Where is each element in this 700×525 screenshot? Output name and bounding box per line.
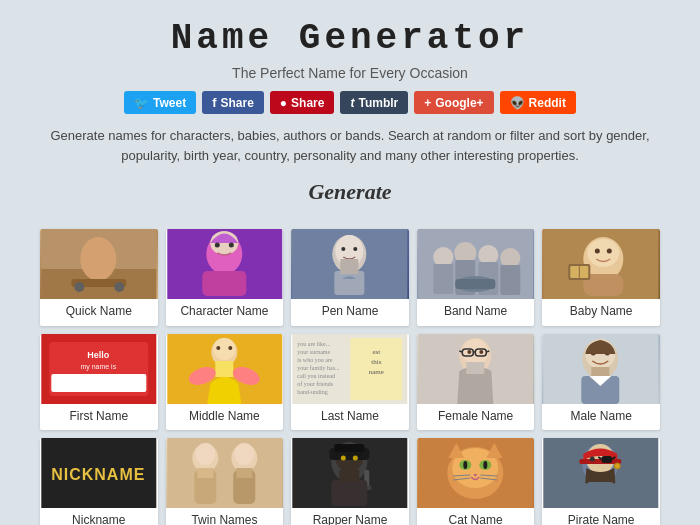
facebook-label: Share: [221, 96, 254, 110]
google-share-button[interactable]: + Google+: [414, 91, 493, 114]
pen-name-label: Pen Name: [291, 299, 409, 326]
nickname-image: NICKNAME: [40, 438, 158, 508]
baby-name-label: Baby Name: [542, 299, 660, 326]
svg-text:name: name: [369, 368, 384, 376]
band-name-label: Band Name: [417, 299, 535, 326]
svg-rect-104: [331, 480, 367, 506]
svg-line-72: [459, 351, 462, 352]
tumblr-share-button[interactable]: t Tumblr: [340, 91, 408, 114]
tweet-label: Tweet: [153, 96, 186, 110]
svg-text:Hello: Hello: [87, 350, 110, 360]
svg-point-16: [341, 247, 345, 251]
last-name-image: you are like... your surname is who you …: [291, 334, 409, 404]
svg-text:my name is: my name is: [80, 363, 116, 371]
svg-text:est: est: [373, 348, 381, 356]
tweet-button[interactable]: 🐦 Tweet: [124, 91, 196, 114]
svg-text:this: this: [371, 358, 381, 366]
pinterest-icon: ●: [280, 96, 287, 110]
card-nickname[interactable]: NICKNAME Nickname: [40, 438, 158, 525]
card-first-name[interactable]: Hello my name is First Name: [40, 334, 158, 431]
svg-rect-25: [433, 264, 453, 294]
svg-point-129: [615, 463, 621, 469]
card-baby-name[interactable]: Baby Name: [542, 229, 660, 326]
quick-name-image: [40, 229, 158, 299]
svg-text:of your friends: of your friends: [297, 381, 333, 387]
female-name-image: [417, 334, 535, 404]
pinterest-share-button[interactable]: ● Share: [270, 91, 335, 114]
svg-text:call you instead: call you instead: [297, 373, 335, 379]
tumblr-label: Tumblr: [358, 96, 398, 110]
reddit-share-button[interactable]: 👽 Reddit: [500, 91, 576, 114]
svg-point-92: [234, 443, 254, 465]
twitter-icon: 🐦: [134, 96, 149, 110]
card-last-name[interactable]: you are like... your surname is who you …: [291, 334, 409, 431]
svg-rect-76: [466, 362, 484, 374]
quick-name-label: Quick Name: [40, 299, 158, 326]
nickname-label: Nickname: [40, 508, 158, 525]
svg-rect-30: [455, 279, 495, 289]
rapper-name-label: Rapper Name: [291, 508, 409, 525]
svg-rect-18: [334, 271, 364, 295]
pirate-name-image: [542, 438, 660, 508]
svg-rect-51: [215, 361, 233, 377]
svg-text:your family has...: your family has...: [297, 365, 340, 371]
card-rapper-name[interactable]: Rapper Name: [291, 438, 409, 525]
first-name-label: First Name: [40, 404, 158, 431]
svg-point-34: [588, 239, 620, 267]
middle-name-label: Middle Name: [166, 404, 284, 431]
rapper-name-image: [291, 438, 409, 508]
male-name-label: Male Name: [542, 404, 660, 431]
tumblr-icon: t: [350, 96, 354, 110]
character-name-label: Character Name: [166, 299, 284, 326]
character-name-image: [166, 229, 284, 299]
card-female-name[interactable]: Female Name: [417, 334, 535, 431]
card-male-name[interactable]: Male Name: [542, 334, 660, 431]
cat-name-label: Cat Name: [417, 508, 535, 525]
page-title: Name Generator: [10, 18, 690, 59]
first-name-image: Hello my name is: [40, 334, 158, 404]
page-subtitle: The Perfect Name for Every Occasion: [10, 65, 690, 81]
svg-point-35: [595, 249, 600, 254]
svg-point-12: [228, 243, 233, 248]
svg-rect-99: [334, 444, 364, 452]
svg-point-75: [479, 350, 483, 354]
svg-text:band-unding: band-unding: [297, 389, 327, 395]
svg-rect-45: [51, 374, 146, 392]
svg-point-102: [341, 456, 346, 461]
svg-rect-8: [202, 271, 246, 296]
card-character-name[interactable]: Character Name: [166, 229, 284, 326]
card-middle-name[interactable]: Middle Name: [166, 334, 284, 431]
svg-point-11: [214, 243, 219, 248]
card-pirate-name[interactable]: Pirate Name: [542, 438, 660, 525]
svg-point-127: [590, 457, 595, 462]
svg-point-103: [353, 456, 358, 461]
card-twin-names[interactable]: Twin Names: [166, 438, 284, 525]
google-label: Google+: [435, 96, 483, 110]
cat-name-image: [417, 438, 535, 508]
svg-point-49: [216, 346, 220, 350]
twin-names-label: Twin Names: [166, 508, 284, 525]
card-band-name[interactable]: Band Name: [417, 229, 535, 326]
card-quick-name[interactable]: Quick Name: [40, 229, 158, 326]
pinterest-label: Share: [291, 96, 324, 110]
svg-point-36: [607, 249, 612, 254]
svg-point-2: [80, 237, 116, 281]
svg-point-74: [467, 350, 471, 354]
twin-names-image: [166, 438, 284, 508]
svg-rect-90: [197, 468, 213, 478]
male-name-image: [542, 334, 660, 404]
pen-name-image: [291, 229, 409, 299]
svg-rect-124: [602, 456, 613, 463]
svg-text:is who you are: is who you are: [297, 357, 332, 363]
card-cat-name[interactable]: Cat Name: [417, 438, 535, 525]
svg-rect-28: [500, 265, 520, 295]
svg-rect-19: [340, 259, 358, 274]
band-name-image: [417, 229, 535, 299]
svg-rect-105: [339, 470, 359, 482]
card-pen-name[interactable]: Pen Name: [291, 229, 409, 326]
facebook-share-button[interactable]: f Share: [202, 91, 264, 114]
svg-rect-128: [587, 482, 615, 506]
cards-grid: Quick Name Character Name: [0, 229, 700, 525]
female-name-label: Female Name: [417, 404, 535, 431]
svg-point-88: [195, 443, 215, 465]
